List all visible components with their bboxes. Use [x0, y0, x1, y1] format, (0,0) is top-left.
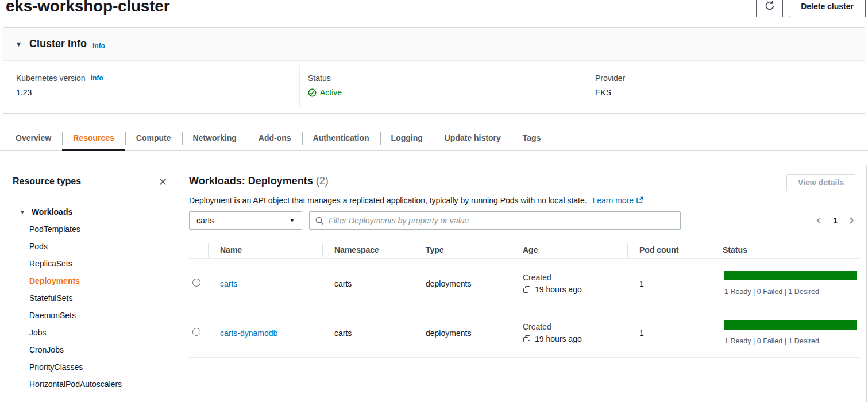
- age-created-label: Created: [523, 322, 627, 331]
- table-header-row: Name Namespace Type Age Pod count Status: [189, 241, 861, 259]
- check-circle-icon: [308, 88, 317, 97]
- workloads-group-label: Workloads: [32, 207, 72, 217]
- sidebar-item-priorityclasses[interactable]: PriorityClasses: [3, 358, 175, 376]
- tab-logging[interactable]: Logging: [380, 126, 434, 150]
- cell-namespace: carts: [322, 328, 414, 338]
- status-label: Status: [308, 74, 331, 83]
- search-container: [309, 211, 681, 230]
- description-text: Deployment is an API object that manages…: [189, 196, 587, 205]
- tab-overview[interactable]: Overview: [5, 126, 62, 150]
- cell-type: deployments: [414, 279, 511, 288]
- tab-tags[interactable]: Tags: [512, 126, 552, 150]
- status-progress-bar: [724, 320, 857, 330]
- kubernetes-version-field: Kubernetes version Info 1.23: [16, 74, 103, 97]
- status-field: Status Active: [308, 74, 342, 97]
- eks-cluster-page: eks-workshop-cluster Delete cluster ▼ Cl…: [0, 0, 868, 402]
- provider-label: Provider: [595, 74, 625, 83]
- cluster-tabs: Overview Resources Compute Networking Ad…: [0, 126, 868, 151]
- sidebar-item-deployments[interactable]: Deployments: [3, 272, 175, 289]
- pagination-page-1[interactable]: 1: [833, 216, 838, 225]
- cluster-info-header[interactable]: ▼ Cluster info Info: [3, 28, 865, 61]
- table-row: carts-dynamodb carts deployments Created…: [189, 308, 861, 358]
- sidebar-item-horizontalpodautoscalers[interactable]: HorizontalPodAutoscalers: [3, 376, 175, 393]
- kubernetes-version-label: Kubernetes version: [16, 74, 86, 83]
- external-link-icon: [636, 196, 643, 206]
- row-select-radio[interactable]: [192, 279, 200, 287]
- sidebar-item-daemonsets[interactable]: DaemonSets: [3, 307, 175, 324]
- view-details-button[interactable]: View details: [786, 174, 855, 191]
- chevron-right-icon[interactable]: [847, 217, 855, 225]
- age-value: 19 hours ago: [535, 334, 582, 343]
- table-row: carts carts deployments Created 19 hours…: [189, 259, 861, 308]
- collapse-triangle-icon[interactable]: ▼: [16, 41, 22, 48]
- copy-icon[interactable]: [523, 335, 531, 343]
- panel-title-text: Workloads: Deployments: [189, 175, 313, 187]
- sidebar-item-pods[interactable]: Pods: [3, 238, 175, 255]
- cluster-info-body: Kubernetes version Info 1.23 Status Acti…: [3, 61, 865, 113]
- pagination: 1: [815, 211, 855, 230]
- column-header-age: Age: [511, 241, 627, 258]
- filter-namespace-dropdown[interactable]: carts ▼: [189, 211, 302, 230]
- cell-age: Created 19 hours ago: [511, 273, 627, 294]
- status-badge: Active: [320, 88, 342, 97]
- dropdown-value: carts: [196, 216, 214, 225]
- cell-type: deployments: [414, 328, 511, 338]
- deployment-count: (2): [316, 175, 329, 187]
- column-header-type: Type: [414, 241, 511, 258]
- tab-add-ons[interactable]: Add-ons: [248, 126, 302, 150]
- search-input[interactable]: [329, 216, 674, 225]
- status-summary: 1 Ready | 0 Failed | 1 Desired: [724, 337, 857, 345]
- chevron-down-icon: ▼: [290, 218, 295, 223]
- column-header-name: Name: [208, 241, 322, 258]
- sidebar-group-workloads[interactable]: ▼ Workloads: [3, 203, 175, 221]
- page-title: eks-workshop-cluster: [6, 0, 169, 16]
- sidebar-item-podtemplates[interactable]: PodTemplates: [3, 221, 175, 238]
- tab-networking[interactable]: Networking: [182, 126, 248, 150]
- kubernetes-version-info-link[interactable]: Info: [91, 74, 103, 82]
- panel-title: Workloads: Deployments(2): [189, 175, 329, 187]
- panel-description: Deployment is an API object that manages…: [189, 196, 643, 206]
- cell-pod-count: 1: [627, 328, 711, 338]
- resource-types-tree: ▼ Workloads PodTemplates Pods ReplicaSet…: [3, 203, 175, 393]
- column-header-pod-count: Pod count: [627, 241, 711, 258]
- sidebar-item-replicasets[interactable]: ReplicaSets: [3, 255, 175, 272]
- kubernetes-version-value: 1.23: [16, 88, 103, 97]
- cluster-info-section: ▼ Cluster info Info Kubernetes version I…: [3, 27, 865, 114]
- tab-authentication[interactable]: Authentication: [302, 126, 380, 150]
- status-progress-bar: [724, 271, 857, 280]
- column-divider: [299, 65, 300, 107]
- row-select-radio[interactable]: [192, 328, 200, 336]
- deployment-name-link[interactable]: carts: [220, 279, 237, 288]
- cell-namespace: carts: [322, 279, 414, 288]
- refresh-icon: [764, 0, 776, 13]
- tab-update-history[interactable]: Update history: [434, 126, 512, 150]
- age-value: 19 hours ago: [535, 285, 582, 294]
- age-created-label: Created: [523, 273, 627, 282]
- close-icon[interactable]: [159, 177, 167, 186]
- column-header-status: Status: [711, 241, 861, 258]
- copy-icon[interactable]: [523, 285, 531, 293]
- cluster-info-info-link[interactable]: Info: [92, 42, 105, 50]
- cell-status: 1 Ready | 0 Failed | 1 Desired: [711, 271, 862, 296]
- deployments-table: Name Namespace Type Age Pod count Status…: [189, 241, 861, 358]
- deployment-name-link[interactable]: carts-dynamodb: [220, 328, 277, 338]
- cluster-info-title: Cluster info: [29, 38, 87, 50]
- search-icon: [315, 217, 324, 225]
- tab-compute[interactable]: Compute: [125, 126, 182, 150]
- resource-types-title: Resource types: [13, 176, 81, 187]
- cell-pod-count: 1: [627, 279, 711, 288]
- provider-value: EKS: [595, 88, 625, 97]
- deployments-panel: Workloads: Deployments(2) View details D…: [183, 165, 867, 402]
- learn-more-link[interactable]: Learn more: [593, 196, 644, 205]
- delete-cluster-button[interactable]: Delete cluster: [789, 0, 866, 17]
- cell-age: Created 19 hours ago: [511, 322, 627, 343]
- tab-resources[interactable]: Resources: [62, 126, 125, 150]
- provider-field: Provider EKS: [595, 74, 625, 97]
- chevron-left-icon[interactable]: [815, 217, 823, 225]
- refresh-button[interactable]: [756, 0, 783, 17]
- sidebar-item-statefulsets[interactable]: StatefulSets: [3, 289, 175, 307]
- sidebar-item-jobs[interactable]: Jobs: [3, 324, 175, 341]
- resource-types-sidebar: Resource types ▼ Workloads PodTemplates …: [3, 165, 175, 402]
- header-actions: Delete cluster: [756, 0, 866, 17]
- sidebar-item-cronjobs[interactable]: CronJobs: [3, 341, 175, 358]
